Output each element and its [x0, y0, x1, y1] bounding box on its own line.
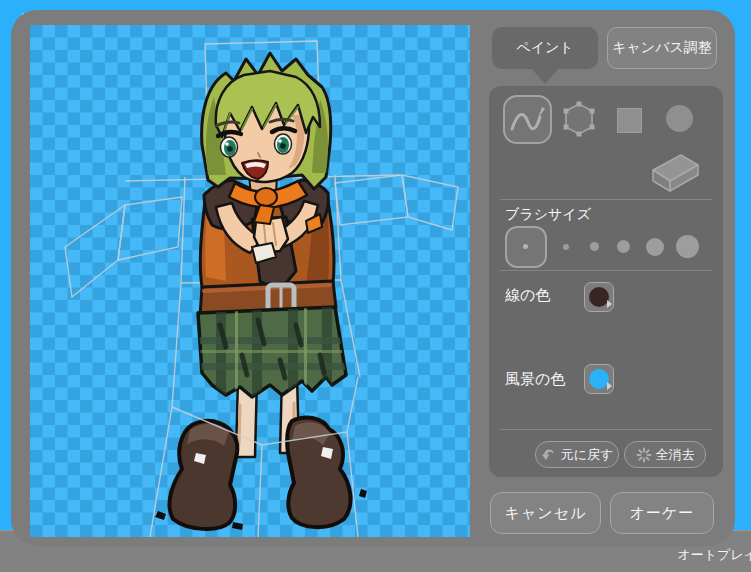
scenery-color-label: 風景の色	[505, 370, 565, 389]
clear-all-label: 全消去	[656, 446, 695, 464]
divider	[500, 429, 712, 430]
brush-size-6[interactable]	[676, 235, 699, 258]
circle-tool-button[interactable]	[666, 105, 693, 132]
line-color-label: 線の色	[505, 286, 550, 305]
drawing-canvas[interactable]	[30, 25, 470, 537]
brush-dot-1	[523, 244, 528, 249]
brush-size-5[interactable]	[646, 238, 664, 256]
undo-button[interactable]: 元に戻す	[535, 441, 619, 468]
divider	[500, 270, 712, 271]
line-color-swatch[interactable]	[584, 282, 614, 312]
undo-label: 元に戻す	[561, 446, 614, 464]
divider	[500, 199, 712, 200]
undo-arrow-icon	[541, 447, 557, 463]
polygon-tool-button[interactable]	[559, 100, 599, 144]
brush-size-2[interactable]	[563, 244, 569, 250]
active-tab-pointer	[531, 68, 559, 84]
square-tool-button[interactable]	[617, 108, 642, 133]
swatch-corner-arrow-icon	[607, 382, 612, 390]
canvas-art	[30, 25, 470, 537]
clear-all-button[interactable]: 全消去	[624, 441, 706, 468]
tab-paint[interactable]: ペイント	[492, 27, 598, 69]
scenery-color-swatch[interactable]	[584, 364, 614, 394]
tab-canvas-adjust[interactable]: キャンバス調整	[607, 27, 717, 69]
brush-size-3[interactable]	[590, 242, 599, 251]
pen-squiggle-icon	[505, 97, 550, 142]
autoplay-link[interactable]: オートプレイ	[677, 546, 751, 564]
eraser-icon	[649, 152, 701, 194]
swatch-corner-arrow-icon	[607, 300, 612, 308]
burst-icon	[636, 447, 652, 463]
brush-size-4[interactable]	[617, 240, 630, 253]
ok-button[interactable]: オーケー	[610, 492, 714, 534]
paint-dialog: ペイント キャンバス調整	[11, 10, 735, 546]
eraser-tool-button[interactable]	[649, 152, 701, 198]
cancel-button[interactable]: キャンセル	[490, 492, 601, 534]
pen-tool-button[interactable]	[503, 95, 552, 144]
brush-size-label: ブラシサイズ	[505, 206, 591, 224]
polygon-icon	[559, 100, 599, 140]
paint-tool-panel: ブラシサイズ 線の色 風景の色 元に戻す	[489, 86, 723, 477]
